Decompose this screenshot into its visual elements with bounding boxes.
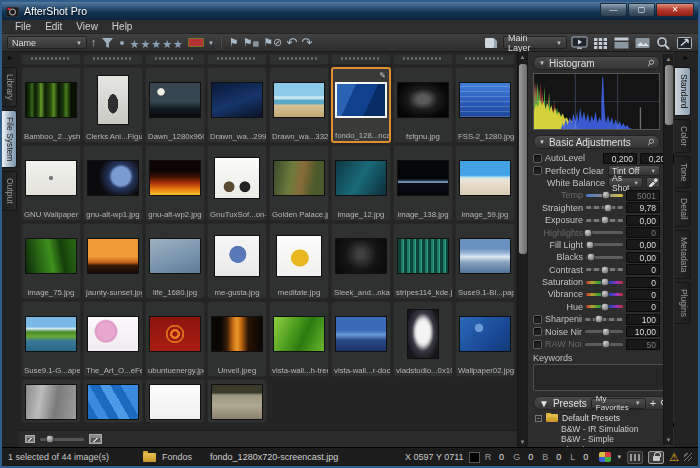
- value-input[interactable]: 0: [626, 301, 660, 312]
- slider-handle[interactable]: [587, 253, 596, 262]
- thumbnail-cell-partial[interactable]: [269, 54, 329, 65]
- layers-icon[interactable]: [482, 36, 499, 50]
- thumbnail-cell[interactable]: gnu-alt-wp2.jpg: [145, 145, 205, 221]
- thumbnail-cell[interactable]: image_138.jpg: [393, 145, 453, 221]
- star-icon[interactable]: ★: [151, 38, 162, 50]
- current-folder-name[interactable]: Fondos: [162, 452, 192, 462]
- slider-handle[interactable]: [602, 191, 611, 200]
- thumbnail-size-slider[interactable]: [40, 438, 84, 441]
- contrast-slider[interactable]: [586, 268, 623, 271]
- thumbnail-cell[interactable]: Unveil.jpeg: [207, 301, 267, 377]
- thumbnail-cell-partial[interactable]: [145, 54, 205, 65]
- value-input[interactable]: 0: [626, 289, 660, 300]
- noise-ninja-slider[interactable]: [585, 330, 623, 333]
- grid-scrollbar[interactable]: ▲ ▼: [517, 52, 527, 447]
- thumbnail-cell[interactable]: image_59.jpg: [455, 145, 515, 221]
- slider-handle[interactable]: [584, 228, 593, 237]
- thumbnail-cell[interactable]: ✎fondo_128...ncast.jpg: [331, 67, 391, 143]
- thumbnail-cell[interactable]: Suse9.1-G...apers.jpg: [21, 301, 81, 377]
- preset-folder[interactable]: −Default Presets: [535, 413, 668, 424]
- collapse-expander-icon[interactable]: −: [535, 415, 542, 422]
- temp-slider[interactable]: [586, 194, 623, 197]
- thumbnail-cell-partial[interactable]: [331, 54, 391, 65]
- thumbnail-cell[interactable]: The_Art_O...eFear.jpg: [83, 301, 143, 377]
- dropdown[interactable]: As Shot▼: [608, 177, 643, 188]
- value-input[interactable]: 100: [626, 314, 660, 325]
- slideshow-icon[interactable]: [571, 36, 588, 50]
- thumbnail-cell[interactable]: vladstudio...0x1024.jpg: [393, 301, 453, 377]
- menu-view[interactable]: View: [69, 21, 105, 32]
- thumbnail-cell[interactable]: FSS-2_1280.jpg: [455, 67, 515, 143]
- slider-handle[interactable]: [595, 315, 604, 324]
- thumbnail-cell[interactable]: [83, 379, 143, 423]
- panel-tab-standard[interactable]: Standard: [675, 67, 691, 116]
- basic-adjustments-header[interactable]: ▼ Basic Adjustments ⚲: [533, 135, 660, 149]
- preset-item[interactable]: B&W - Simple: [535, 434, 668, 445]
- rotate-left-icon[interactable]: ↶: [286, 36, 297, 49]
- panel-scrollbar-thumb[interactable]: [665, 65, 673, 125]
- checkbox[interactable]: [533, 166, 542, 175]
- sidebar-tab-library[interactable]: Library: [2, 67, 17, 107]
- raw-noise-slider[interactable]: [585, 343, 623, 346]
- thumbnail-cell[interactable]: Clerks Ani...Figure.jpg: [83, 67, 143, 143]
- thumbnail-cell[interactable]: Bamboo_2...ysha.jpg: [21, 67, 81, 143]
- collapse-left-panel-icon[interactable]: ▶: [2, 52, 19, 64]
- thumbnail-cell[interactable]: ubuntuenergy.jpg: [145, 301, 205, 377]
- star-icon[interactable]: ★: [162, 38, 173, 50]
- thumbnail-cell-partial[interactable]: [455, 54, 515, 65]
- minimize-button[interactable]: —: [600, 3, 627, 17]
- thumbnail-cell[interactable]: Drawn_wa...299_.jpg: [207, 67, 267, 143]
- keyboard-shortcuts-icon[interactable]: [627, 451, 643, 464]
- lock-icon[interactable]: [648, 451, 664, 464]
- color-label-swatch[interactable]: [188, 38, 204, 47]
- presets-header[interactable]: ▼ Presets My Favorites ▼ + ⚲: [533, 396, 668, 410]
- menu-file[interactable]: File: [8, 21, 38, 32]
- browse-view-icon[interactable]: [613, 36, 630, 50]
- thumbnail-cell[interactable]: Suse9.1-Bl...papers.jpg: [455, 223, 515, 299]
- value-input[interactable]: 0: [626, 277, 660, 288]
- thumbnail-cell-partial[interactable]: [393, 54, 453, 65]
- magnifier-icon[interactable]: [655, 36, 672, 50]
- thumbnail-cell[interactable]: vista-wall...r-dock.jpg: [331, 301, 391, 377]
- thumbnail-cell[interactable]: Drawn_wa...332_.jpg: [269, 67, 329, 143]
- thumbnail-cell[interactable]: Golden Palace.jpg: [269, 145, 329, 221]
- value-input[interactable]: 9,78: [626, 202, 660, 213]
- value-input[interactable]: 0,00: [626, 215, 660, 226]
- exposure-slider[interactable]: [586, 219, 623, 222]
- menu-edit[interactable]: Edit: [38, 21, 69, 32]
- value-input[interactable]: 5001: [626, 190, 660, 201]
- thumbnail-cell[interactable]: meditate.jpg: [269, 223, 329, 299]
- panel-tab-plugins[interactable]: Plugins: [675, 282, 691, 324]
- checkbox[interactable]: [533, 327, 542, 336]
- keywords-input[interactable]: [533, 364, 668, 391]
- sort-by-dropdown[interactable]: Name ▼: [7, 36, 87, 49]
- hue-slider[interactable]: [586, 305, 623, 308]
- flag-picked-icon[interactable]: ⚑▦: [243, 37, 260, 48]
- thumbnail-cell[interactable]: [207, 379, 267, 423]
- sort-direction-icon[interactable]: ↑: [91, 37, 97, 48]
- checkbox[interactable]: [533, 315, 542, 324]
- layer-selector-dropdown[interactable]: Main Layer ▼: [503, 36, 567, 49]
- value-input[interactable]: 0,00: [626, 252, 660, 263]
- thumbnail-cell[interactable]: [21, 379, 81, 423]
- value-input[interactable]: 0: [626, 227, 660, 238]
- color-management-icon[interactable]: [599, 452, 611, 462]
- thumbnail-cell[interactable]: vista-wall...h-tree.jpg: [269, 301, 329, 377]
- panel-tab-detail[interactable]: Detail: [675, 191, 691, 227]
- collapse-triangle-icon[interactable]: ▼: [539, 139, 545, 145]
- slider-handle[interactable]: [600, 278, 609, 287]
- value-input[interactable]: 0,00: [626, 239, 660, 250]
- presets-favorites-dropdown[interactable]: My Favorites ▼: [591, 398, 646, 409]
- grid-view-icon[interactable]: [592, 36, 609, 50]
- thumbnail-cell[interactable]: jaunty-sunset.jpg: [83, 223, 143, 299]
- maximize-button[interactable]: ▢: [628, 3, 655, 17]
- close-button[interactable]: ✕: [656, 3, 694, 17]
- highlights-slider[interactable]: [586, 231, 623, 234]
- add-preset-button[interactable]: +: [650, 398, 656, 409]
- eyedropper-button[interactable]: [646, 177, 660, 188]
- panel-tab-tone[interactable]: Tone: [675, 156, 691, 188]
- flag-icon[interactable]: ⚑: [229, 37, 239, 48]
- resize-grip[interactable]: [684, 453, 692, 461]
- collapse-right-panel-icon[interactable]: ▶: [674, 52, 698, 64]
- preset-item[interactable]: B&W - IR Simulation: [535, 424, 668, 435]
